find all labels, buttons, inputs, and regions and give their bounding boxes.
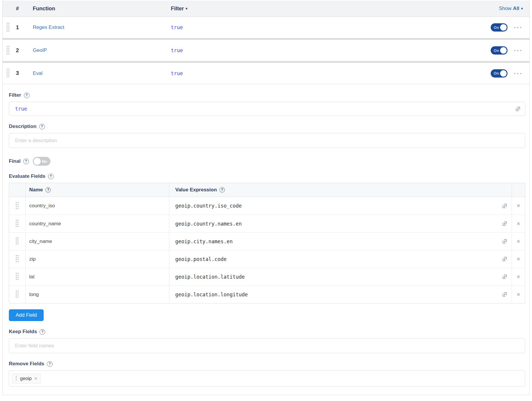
drag-handle[interactable]: [16, 255, 19, 263]
keep-fields-label-row: Keep Fields ?: [9, 329, 525, 335]
drag-handle[interactable]: [16, 290, 19, 298]
field-value-expression[interactable]: geoip.postal.code: [175, 256, 499, 262]
drag-handle[interactable]: [16, 202, 19, 210]
field-tag[interactable]: geoip ×: [12, 374, 41, 384]
expand-expression-icon[interactable]: [502, 221, 508, 226]
toggle-knob: [500, 24, 507, 31]
field-name-cell[interactable]: lat: [25, 268, 169, 285]
function-enabled-toggle[interactable]: On: [491, 46, 508, 55]
field-value-expression[interactable]: geoip.location.longitude: [175, 292, 499, 298]
field-value-expression[interactable]: geoip.country.iso_code: [175, 203, 499, 209]
filter-expression-input[interactable]: true: [9, 102, 525, 116]
filter-label-row: Filter ?: [9, 92, 525, 98]
function-row[interactable]: 2 GeoIP true On ···: [3, 40, 529, 61]
remove-field-row-button[interactable]: ×: [512, 215, 525, 232]
drag-handle[interactable]: [16, 237, 19, 245]
function-filter-expression: true: [171, 47, 491, 53]
drag-handle[interactable]: [6, 68, 10, 78]
drag-handle[interactable]: [6, 23, 10, 32]
evaluate-field-row: long geoip.location.longitude ×: [9, 285, 525, 303]
remove-field-row-button[interactable]: ×: [512, 268, 525, 285]
row-menu-button[interactable]: ···: [514, 49, 523, 52]
column-header-filter[interactable]: Filter ▾: [171, 6, 499, 12]
help-icon[interactable]: ?: [48, 174, 54, 179]
final-label: Final: [9, 158, 21, 164]
function-list-header: # Function Filter ▾ Show All ▾: [3, 1, 529, 17]
evaluate-fields-label: Evaluate Fields: [9, 173, 45, 179]
remove-field-row-button[interactable]: ×: [512, 233, 525, 250]
evaluate-field-row: lat geoip.location.latitude ×: [9, 268, 525, 285]
help-icon[interactable]: ?: [220, 187, 225, 193]
help-icon[interactable]: ?: [47, 361, 53, 367]
expand-expression-icon[interactable]: [502, 256, 508, 262]
function-row[interactable]: 1 Regex Extract true On ···: [3, 17, 529, 38]
toggle-on-label: On: [494, 25, 499, 30]
toggle-knob: [34, 158, 41, 165]
function-enabled-toggle[interactable]: On: [491, 69, 508, 78]
evaluate-fields-table-header: Name ? Value Expression ?: [9, 183, 525, 197]
drag-column-spacer: [9, 183, 25, 197]
toggle-on-label: On: [494, 48, 499, 53]
field-name-cell[interactable]: long: [25, 286, 169, 303]
keep-fields-label: Keep Fields: [9, 329, 37, 335]
remove-tag-icon[interactable]: ×: [34, 376, 37, 381]
evaluate-fields-label-row: Evaluate Fields ?: [9, 173, 525, 179]
column-header-number: #: [13, 6, 33, 12]
help-icon[interactable]: ?: [23, 159, 29, 164]
function-enabled-toggle[interactable]: On: [491, 23, 508, 32]
function-name-link[interactable]: Regex Extract: [33, 24, 64, 30]
drag-handle[interactable]: [16, 376, 17, 382]
pipeline-editor: # Function Filter ▾ Show All ▾ 1 Regex E…: [0, 0, 532, 401]
help-icon[interactable]: ?: [40, 329, 45, 335]
field-value-expression[interactable]: geoip.location.latitude: [175, 274, 499, 280]
show-label: Show: [499, 6, 512, 11]
field-value-expression[interactable]: geoip.country.names.en: [175, 221, 499, 227]
function-row[interactable]: 3 Eval true On ···: [3, 63, 529, 84]
functions-panel: # Function Filter ▾ Show All ▾ 1 Regex E…: [2, 1, 530, 395]
remove-field-row-button[interactable]: ×: [512, 250, 525, 268]
function-index: 1: [13, 24, 33, 31]
show-all-dropdown[interactable]: Show All ▾: [499, 6, 523, 11]
expand-expression-icon[interactable]: [502, 239, 508, 244]
expand-expression-icon[interactable]: [515, 106, 521, 112]
function-name-link[interactable]: GeoIP: [33, 47, 47, 53]
field-value-expression[interactable]: geoip.city.names.en: [175, 239, 499, 244]
column-header-name: Name ?: [25, 183, 169, 197]
row-menu-button[interactable]: ···: [514, 72, 523, 75]
evaluate-fields-table: Name ? Value Expression ? country_iso ge…: [9, 183, 525, 303]
remove-fields-label-row: Remove Fields ?: [9, 361, 525, 367]
toggle-on-label: On: [494, 71, 499, 75]
field-name-cell[interactable]: country_iso: [25, 197, 169, 215]
remove-fields-input[interactable]: geoip ×: [9, 370, 525, 387]
keep-fields-input[interactable]: [9, 338, 525, 353]
tag-label: geoip: [20, 376, 32, 381]
add-field-button[interactable]: Add Field: [9, 309, 44, 321]
field-name-cell[interactable]: city_name: [25, 233, 169, 250]
evaluate-field-row: country_iso geoip.country.iso_code ×: [9, 197, 525, 215]
function-filter-expression: true: [171, 24, 491, 30]
row-menu-button[interactable]: ···: [514, 26, 523, 29]
remove-field-row-button[interactable]: ×: [512, 197, 525, 215]
remove-field-row-button[interactable]: ×: [512, 286, 525, 303]
column-header-value-expression: Value Expression ?: [169, 183, 512, 197]
function-name-link[interactable]: Eval: [33, 70, 42, 76]
expand-expression-icon[interactable]: [502, 203, 508, 209]
field-name-cell[interactable]: country_name: [25, 215, 169, 232]
function-filter-expression: true: [171, 70, 491, 76]
drag-handle[interactable]: [6, 46, 10, 55]
drag-handle[interactable]: [16, 220, 19, 228]
field-name-cell[interactable]: zip: [25, 250, 169, 268]
help-icon[interactable]: ?: [39, 124, 45, 129]
description-input[interactable]: [9, 133, 525, 148]
help-icon[interactable]: ?: [24, 93, 30, 98]
remove-column-spacer: [512, 183, 525, 197]
final-toggle[interactable]: No: [33, 157, 50, 166]
expand-expression-icon[interactable]: [502, 274, 508, 280]
expand-expression-icon[interactable]: [502, 292, 508, 297]
drag-handle[interactable]: [16, 273, 19, 281]
description-label: Description: [9, 124, 37, 129]
remove-fields-label: Remove Fields: [9, 361, 44, 367]
help-icon[interactable]: ?: [45, 187, 51, 193]
function-settings-panel: Filter ? true Description ? Final ?: [3, 84, 529, 395]
value-expression-column-label: Value Expression: [175, 187, 217, 193]
